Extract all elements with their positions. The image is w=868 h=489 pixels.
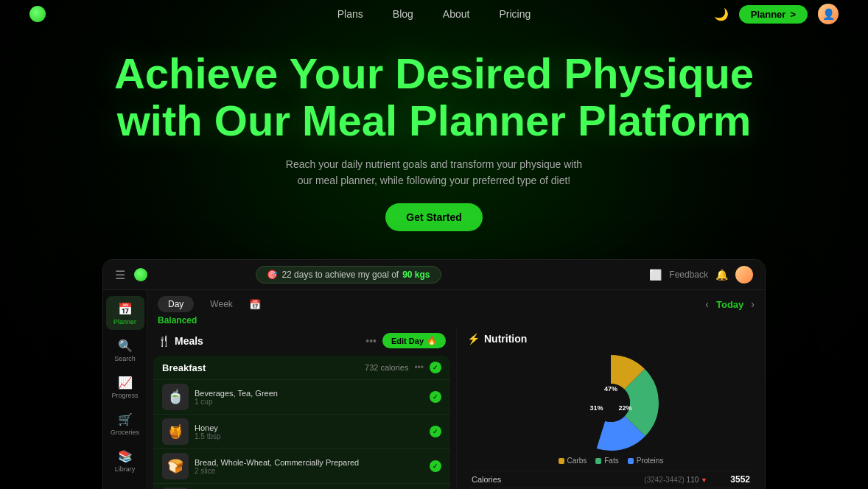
calories-range: (3242-3442) 110 ▼ <box>644 476 707 484</box>
diet-type-label: Balanced <box>147 315 765 328</box>
legend-fats: Fats <box>595 457 618 465</box>
food-check-honey: ✓ <box>430 426 441 437</box>
copy-icon[interactable]: ⬜ <box>649 269 662 281</box>
carbs-color-dot <box>559 458 564 464</box>
groceries-icon: 🛒 <box>118 412 133 426</box>
pie-chart: 47% 31% 22% <box>563 355 659 451</box>
food-item-tea[interactable]: 🍵 Beverages, Tea, Green 1 cup ✓ <box>153 379 450 414</box>
mockup-topbar: ☰ 🎯 22 days to achieve my goal of 90 kgs… <box>103 260 765 290</box>
notification-bell-icon[interactable]: 🔔 <box>715 269 728 281</box>
library-icon: 📚 <box>118 449 133 463</box>
pie-chart-svg: 47% 31% 22% <box>563 355 659 451</box>
hero-section: Achieve Your Desired Physique with Our M… <box>0 28 868 246</box>
food-info-tea: Beverages, Tea, Green 1 cup <box>195 389 424 406</box>
user-avatar[interactable]: 👤 <box>818 4 839 24</box>
svg-text:22%: 22% <box>618 405 631 412</box>
nutrition-panel: ⚡ Nutrition <box>457 328 765 489</box>
nutrition-stats: Calories (3242-3442) 110 ▼ 3552 Carbohyd… <box>467 471 755 489</box>
nav-item-about[interactable]: About <box>443 7 470 21</box>
food-check-bread: ✓ <box>430 460 441 472</box>
sidebar-item-planner[interactable]: 📅 Planner <box>106 296 144 330</box>
chart-legend: Carbs Fats Proteins <box>559 457 664 465</box>
sidebar-item-library[interactable]: 📚 Library <box>106 443 144 477</box>
calories-arrow-down-icon: ▼ <box>701 476 707 484</box>
breakfast-calories: 732 calories <box>365 363 408 372</box>
fats-color-dot <box>595 458 601 464</box>
food-check-tea: ✓ <box>430 391 441 403</box>
date-nav: ‹ Today › <box>705 298 755 310</box>
food-item-egg[interactable]: 🥚 Egg, Whole, Raw, Fresh 3 large ✓ <box>153 483 450 489</box>
legend-proteins: Proteins <box>628 457 664 465</box>
navbar: Plans Blog About Pricing 🌙 Planner > 👤 <box>0 0 868 28</box>
legend-carbs: Carbs <box>559 457 587 465</box>
breakfast-more-icon[interactable]: ••• <box>414 362 424 373</box>
today-label: Today <box>716 299 743 310</box>
proteins-color-dot <box>628 458 634 464</box>
tab-week[interactable]: Week <box>200 296 242 312</box>
next-day-arrow[interactable]: › <box>751 298 755 310</box>
mockup-avatar[interactable] <box>735 266 753 284</box>
food-image-bread: 🍞 <box>162 453 189 479</box>
planner-button[interactable]: Planner > <box>739 5 808 24</box>
day-week-bar: Day Week 📅 ‹ Today › <box>147 290 765 315</box>
hero-subtitle: Reach your daily nutrient goals and tran… <box>279 156 589 189</box>
food-info-honey: Honey 1.5 tbsp <box>195 423 424 440</box>
get-started-button[interactable]: Get Started <box>385 203 482 231</box>
hamburger-icon[interactable]: ☰ <box>115 268 125 282</box>
nav-links: Plans Blog About Pricing <box>337 7 531 21</box>
calendar-icon[interactable]: 📅 <box>249 299 261 310</box>
mockup-body: 📅 Planner 🔍 Search 📈 Progress 🛒 Grocerie… <box>103 290 765 489</box>
planner-icon: 📅 <box>118 302 133 316</box>
search-icon: 🔍 <box>118 339 133 353</box>
fork-icon: 🍴 <box>158 335 170 347</box>
meals-actions: ••• Edit Day 🔥 <box>365 333 446 348</box>
nav-item-plans[interactable]: Plans <box>337 7 363 21</box>
nav-item-pricing[interactable]: Pricing <box>499 7 531 21</box>
mockup-main: Day Week 📅 ‹ Today › Balanced 🍴 Me <box>147 290 765 489</box>
hero-title: Achieve Your Desired Physique with Our M… <box>15 50 853 144</box>
food-item-honey[interactable]: 🍯 Honey 1.5 tbsp ✓ <box>153 414 450 448</box>
sidebar-item-progress[interactable]: 📈 Progress <box>106 370 144 404</box>
progress-icon: 📈 <box>118 376 133 390</box>
food-image-tea: 🍵 <box>162 384 189 410</box>
nav-item-blog[interactable]: Blog <box>393 7 413 21</box>
content-split: 🍴 Meals ••• Edit Day 🔥 <box>147 328 765 489</box>
breakfast-section: Breakfast 732 calories ••• ✓ 🍵 Beverages… <box>153 356 450 489</box>
svg-text:31%: 31% <box>589 405 603 412</box>
breakfast-header: Breakfast 732 calories ••• ✓ <box>153 356 450 379</box>
meals-panel: 🍴 Meals ••• Edit Day 🔥 <box>147 328 457 489</box>
food-item-bread[interactable]: 🍞 Bread, Whole-Wheat, Commercially Prepa… <box>153 448 450 483</box>
logo[interactable] <box>29 6 46 22</box>
meals-more-icon[interactable]: ••• <box>365 335 377 347</box>
breakfast-title: Breakfast <box>162 362 206 373</box>
mockup-logo <box>134 268 147 281</box>
goal-badge: 🎯 22 days to achieve my goal of 90 kgs <box>256 266 441 284</box>
nutrition-icon: ⚡ <box>467 333 480 345</box>
flame-icon: 🔥 <box>427 336 437 345</box>
mockup-sidebar: 📅 Planner 🔍 Search 📈 Progress 🛒 Grocerie… <box>103 290 147 489</box>
mockup-top-right: ⬜ Feedback 🔔 <box>649 266 753 284</box>
stat-row-calories: Calories (3242-3442) 110 ▼ 3552 <box>470 471 752 488</box>
sidebar-item-groceries[interactable]: 🛒 Groceries <box>106 407 144 440</box>
chart-area: 47% 31% 22% Carbs <box>457 349 765 489</box>
meals-title: 🍴 Meals <box>158 335 203 347</box>
dark-mode-toggle[interactable]: 🌙 <box>714 7 729 21</box>
app-mockup: ☰ 🎯 22 days to achieve my goal of 90 kgs… <box>102 259 766 489</box>
nutrition-header: ⚡ Nutrition <box>457 328 765 349</box>
tab-day[interactable]: Day <box>158 296 194 312</box>
prev-day-arrow[interactable]: ‹ <box>705 298 709 310</box>
edit-day-button[interactable]: Edit Day 🔥 <box>382 333 446 348</box>
food-info-bread: Bread, Whole-Wheat, Commercially Prepare… <box>195 458 424 475</box>
sidebar-item-search[interactable]: 🔍 Search <box>106 333 144 367</box>
meals-header: 🍴 Meals ••• Edit Day 🔥 <box>147 328 456 353</box>
breakfast-check-icon: ✓ <box>430 362 441 373</box>
svg-text:47%: 47% <box>604 386 617 393</box>
nav-right: 🌙 Planner > 👤 <box>714 4 839 24</box>
food-image-honey: 🍯 <box>162 418 189 445</box>
feedback-text[interactable]: Feedback <box>669 270 708 280</box>
